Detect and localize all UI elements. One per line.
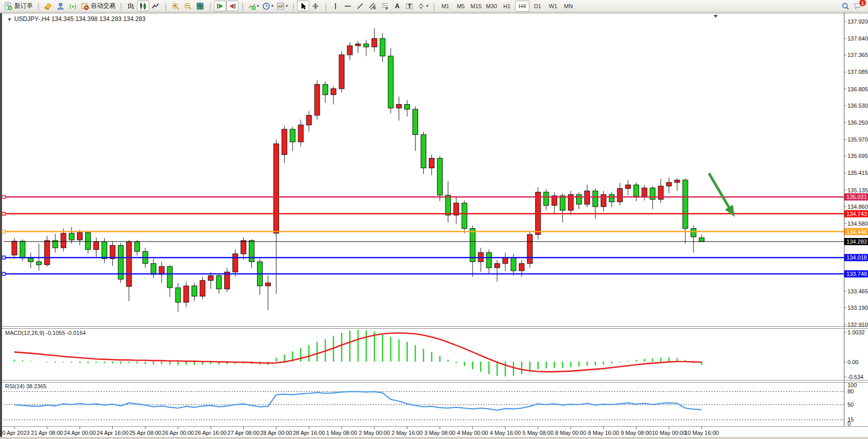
svg-text:26 Apr 00:00: 26 Apr 00:00 (162, 430, 194, 436)
toolbar-separator (432, 2, 435, 10)
crosshair-button[interactable] (309, 1, 322, 11)
metaeditor-button[interactable] (42, 1, 54, 11)
chevron-down-icon[interactable]: ▾ (271, 4, 273, 8)
toolbar-separator (241, 2, 244, 10)
svg-text:100: 100 (847, 382, 857, 388)
text-button[interactable]: A (391, 1, 403, 11)
line-chart-icon (151, 2, 160, 10)
tile-windows-icon (196, 2, 204, 10)
auto-scroll-button[interactable] (214, 1, 226, 11)
toolbar-separator (120, 2, 122, 10)
svg-text:E: E (373, 6, 376, 10)
svg-text:8 May 16:00: 8 May 16:00 (588, 430, 619, 436)
cursor-icon (299, 2, 307, 10)
candlestick-chart-button[interactable] (137, 1, 149, 11)
chat-button[interactable]: 1 (852, 1, 864, 11)
periods-button[interactable]: ▾ (261, 1, 275, 11)
toolbar-separator (164, 2, 167, 10)
crosshair-icon (311, 2, 320, 10)
chevron-down-icon[interactable]: ▾ (286, 4, 288, 8)
timeframe-button-mn[interactable]: MN (561, 1, 576, 12)
line-chart-button[interactable] (149, 1, 162, 11)
candlestick-icon (139, 2, 147, 10)
timeframe-button-d1[interactable]: D1 (530, 1, 545, 12)
metaeditor-icon (44, 2, 52, 10)
search-icon (841, 2, 850, 10)
templates-button[interactable]: ▾ (275, 1, 289, 11)
svg-text:134.580: 134.580 (847, 221, 868, 227)
timeframe-toolbar: M1M5M15M30H1H4D1W1MN (436, 0, 578, 12)
notification-badge: 1 (859, 0, 866, 7)
signals-button[interactable] (67, 1, 79, 11)
chevron-down-icon[interactable]: ▾ (257, 4, 259, 8)
svg-text:135.135: 135.135 (847, 187, 868, 193)
community-button[interactable] (54, 1, 67, 11)
svg-text:10 May 00:00: 10 May 00:00 (652, 430, 686, 436)
svg-text:134.283: 134.283 (846, 238, 867, 245)
horizontal-line-icon (344, 2, 352, 10)
arrows-button[interactable]: ▾ (416, 1, 430, 11)
svg-text:2 May 00:00: 2 May 00:00 (359, 430, 390, 436)
autotrading-button[interactable]: 自动交易 (79, 1, 117, 11)
svg-text:4 May 00:00: 4 May 00:00 (457, 430, 488, 436)
search-button[interactable] (839, 1, 852, 11)
fibonacci-button[interactable]: F (379, 1, 391, 11)
timeframe-button-m15[interactable]: M15 (469, 1, 483, 12)
svg-text:25 Apr 08:00: 25 Apr 08:00 (129, 430, 161, 436)
timeframe-button-m5[interactable]: M5 (453, 1, 468, 12)
signals-icon (69, 2, 77, 10)
indicators-button[interactable]: ▾ (246, 1, 261, 11)
chart-area[interactable]: 137.920137.640137.365137.085136.805136.5… (0, 0, 868, 439)
svg-text:133.749: 133.749 (846, 271, 867, 277)
bar-chart-button[interactable] (125, 1, 137, 11)
svg-text:135.415: 135.415 (847, 170, 868, 176)
svg-text:28 Apr 16:00: 28 Apr 16:00 (293, 430, 325, 436)
chevron-down-icon[interactable]: ▾ (426, 4, 428, 8)
svg-text:1.0032: 1.0032 (847, 329, 865, 335)
svg-text:134.743: 134.743 (846, 211, 867, 217)
svg-text:0.00: 0.00 (847, 359, 858, 365)
tile-windows-button[interactable] (194, 1, 206, 11)
mt4-window: { "toolbar": { "groups": [ {"items": [ {… (0, 0, 868, 439)
svg-text:135.021: 135.021 (846, 194, 867, 200)
toolbar-separator (292, 2, 294, 10)
timeframe-button-h1[interactable]: H1 (500, 1, 514, 12)
svg-text:137.920: 137.920 (847, 18, 868, 25)
timeframe-button-h4[interactable]: H4 (515, 1, 529, 12)
svg-text:137.365: 137.365 (847, 52, 868, 58)
zoom-in-icon (171, 2, 180, 10)
svg-text:50: 50 (847, 402, 854, 408)
svg-text:136.805: 136.805 (847, 86, 868, 92)
timeframe-button-w1[interactable]: W1 (546, 1, 560, 12)
zoom-in-button[interactable] (169, 1, 182, 11)
svg-text:21 Apr 08:00: 21 Apr 08:00 (31, 430, 63, 436)
vertical-line-button[interactable] (329, 1, 342, 11)
trendline-button[interactable] (354, 1, 366, 11)
toolbar-separator (209, 2, 211, 10)
svg-text:A: A (395, 3, 400, 10)
svg-text:20 Apr 2023: 20 Apr 2023 (0, 430, 30, 436)
equidistant-channel-icon: E (368, 2, 377, 10)
templates-icon (277, 2, 285, 10)
autotrading-button-label: 自动交易 (91, 2, 115, 10)
zoom-out-button[interactable] (182, 1, 194, 11)
svg-text:8 May 00:00: 8 May 00:00 (555, 430, 586, 436)
cursor-button[interactable] (297, 1, 309, 11)
text-label-icon: T (405, 2, 413, 10)
new-order-button[interactable]: 新订单 (3, 1, 34, 11)
horizontal-line-button[interactable] (342, 1, 354, 11)
timeframe-button-m1[interactable]: M1 (438, 1, 452, 12)
timeframe-button-m30[interactable]: M30 (484, 1, 499, 12)
svg-text:28 Apr 00:00: 28 Apr 00:00 (260, 430, 292, 436)
chart-shift-button[interactable] (226, 1, 239, 11)
svg-text:1 May 08:00: 1 May 08:00 (326, 430, 358, 436)
main-toolbar: 新订单自动交易▾▾▾EFAT▾M1M5M15M30H1H4D1W1MN1 (0, 0, 868, 12)
toolbar-separator (324, 2, 327, 10)
text-label-button[interactable]: T (403, 1, 416, 11)
chart-frame (0, 13, 868, 439)
svg-text:2 May 16:00: 2 May 16:00 (391, 430, 423, 436)
arrows-icon (417, 2, 425, 10)
svg-text:24 Apr 16:00: 24 Apr 16:00 (96, 430, 128, 436)
equidistant-channel-button[interactable]: E (366, 1, 379, 11)
svg-text:5 May 08:00: 5 May 08:00 (523, 430, 554, 436)
